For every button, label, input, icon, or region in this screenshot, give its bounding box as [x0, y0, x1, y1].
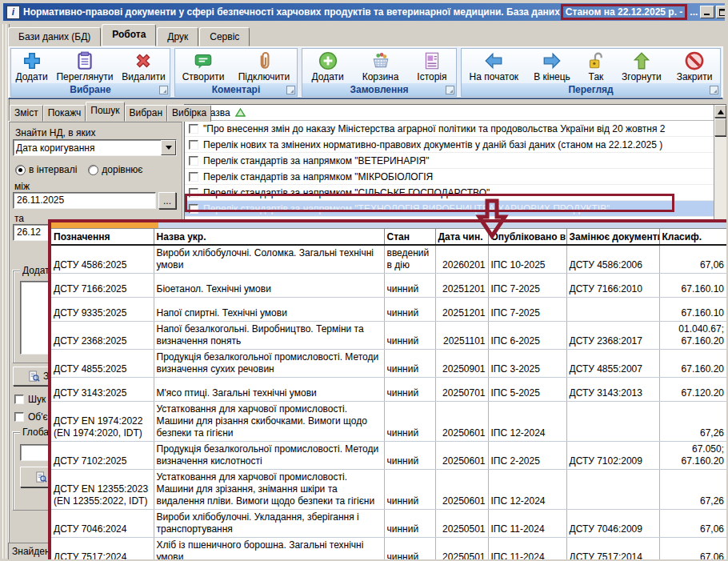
table-cell: Напої безалкогольні. Виробництво. Термін… [154, 322, 384, 350]
dialog-launcher-icon[interactable] [710, 86, 718, 94]
table-cell [566, 470, 659, 510]
table-cell: М'ясо птиці. Загальні технічні умови [154, 378, 384, 402]
row-checkbox[interactable] [189, 124, 198, 134]
view-notes-icon [74, 50, 95, 71]
ribbon-button[interactable]: Корзина [359, 50, 402, 83]
table-cell: ІПС 6-2025 [488, 322, 566, 350]
radio-interval-label: в інтервалі [29, 164, 77, 175]
menu-tab[interactable]: Бази даних (БД) [8, 27, 101, 46]
ribbon-button-label: Переглянути [56, 71, 113, 82]
row-checkbox[interactable] [189, 172, 198, 182]
table-row[interactable]: ДСТУ 2368:2025Напої безалкогольні. Вироб… [51, 322, 726, 350]
field-select[interactable]: Дата коригування [13, 139, 177, 156]
add-plus-icon [22, 50, 42, 71]
table-cell: Хліб із пшеничного борошна. Загальні тех… [154, 538, 384, 561]
minimize-button[interactable] [700, 6, 714, 18]
list-item[interactable]: "Про внесення змін до наказу Міністерств… [185, 121, 714, 137]
dialog-launcher-icon[interactable] [286, 86, 295, 94]
ribbon-button[interactable]: Видалити [118, 50, 168, 83]
ribbon-button[interactable]: Згорнути [618, 50, 665, 83]
ribbon-button[interactable]: Додати [308, 50, 346, 83]
ribbon-button[interactable]: Закрити [674, 50, 716, 83]
column-header[interactable]: Стан [384, 229, 435, 246]
table-cell: ДСТУ 3143:2013 [566, 378, 659, 402]
row-checkbox[interactable] [189, 188, 198, 198]
ribbon-button[interactable]: В кінець [530, 50, 574, 83]
list-item[interactable]: Перелік нових та змінених нормативно-пра… [185, 137, 714, 153]
ribbon-button[interactable]: Підключити [235, 50, 294, 83]
column-header[interactable]: Назва укр. [154, 229, 384, 246]
table-cell: ІПС 7-2025 [488, 298, 566, 322]
list-item[interactable]: Перелік стандартів за напрямком "МІКРОБІ… [185, 169, 714, 185]
table-row[interactable]: ДСТУ EN 12355:2023 (EN 12355:2022, IDT)У… [51, 470, 726, 510]
ribbon-button[interactable]: Додати [12, 50, 50, 83]
row-checkbox[interactable] [189, 204, 198, 214]
table-row[interactable]: ДСТУ 4586:2025Вироби хлібобулочні. Солом… [51, 245, 726, 274]
search-option-checkbox-2[interactable] [14, 412, 24, 422]
maximize-button[interactable] [716, 6, 725, 18]
close-circle-icon [684, 50, 705, 71]
checkbox-row-1: Шук [14, 394, 46, 405]
column-header[interactable]: Замінює документи [566, 229, 659, 246]
table-row[interactable]: ДСТУ 7102:2025Продукція безалкогольної п… [51, 442, 726, 470]
list-item-label: Перелік стандартів за напрямком "ТЕХНОЛО… [203, 203, 610, 214]
list-item[interactable]: Перелік стандартів за напрямком "СІЛЬСЬК… [185, 185, 714, 201]
radio-interval[interactable] [15, 165, 26, 175]
ribbon-button[interactable]: На початок [466, 50, 522, 83]
sidebar-tab[interactable]: Вибірка [167, 105, 211, 122]
ribbon-button[interactable]: Історія [414, 50, 450, 83]
table-cell: чинний [384, 538, 435, 561]
list-item-label: Перелік стандартів за напрямком "МІКРОБІ… [203, 171, 433, 182]
sidebar-tab[interactable]: Вибран [125, 105, 168, 122]
list-header[interactable]: Назва [185, 105, 714, 121]
table-cell: ДСТУ 7102:2009 [566, 442, 659, 470]
add-circle-icon [318, 50, 338, 71]
column-header[interactable]: Дата чин. [435, 229, 488, 246]
table-row[interactable]: ДСТУ 7166:2025Біоетанол. Технічні умович… [51, 274, 726, 298]
dialog-launcher-icon[interactable] [159, 86, 168, 94]
list-item-label: Перелік стандартів за напрямком "ВЕТЕРИН… [203, 155, 430, 166]
dialog-launcher-icon[interactable] [446, 86, 454, 94]
ribbon-button[interactable]: Створити [179, 50, 228, 83]
table-row[interactable]: ДСТУ 7046:2024Вироби хлібобулочні. Уклад… [51, 510, 726, 538]
ribbon-buttons: ДодатиКорзинаІсторія [302, 49, 456, 83]
table-row[interactable]: ДСТУ 4855:2025Продукція безалкогольної п… [51, 350, 726, 378]
column-header[interactable]: Класиф. [659, 229, 726, 246]
table-cell: 67,26 [659, 402, 726, 442]
sidebar-tab[interactable]: Пошук [86, 102, 124, 122]
table-row[interactable]: ДСТУ 3143:2025М'ясо птиці. Загальні техн… [51, 378, 726, 402]
table-cell: Вироби хлібобулочні. Укладання, зберіган… [154, 510, 384, 538]
menu-tab[interactable]: Робота [102, 24, 156, 46]
title-bar[interactable]: i Нормативно-правові документи у сфері б… [3, 3, 725, 21]
ribbon-button-label: Підключити [238, 71, 290, 82]
row-checkbox[interactable] [189, 156, 198, 166]
table-cell: Вироби хлібобулочні. Соломка. Загальні т… [154, 245, 384, 274]
column-header[interactable]: Позначення [51, 229, 154, 246]
between-label: між [14, 181, 30, 192]
ribbon-button[interactable]: Переглянути [53, 50, 116, 83]
list-item[interactable]: Перелік стандартів за напрямком "ВЕТЕРИН… [185, 153, 714, 169]
table-cell: 20250601 [435, 442, 488, 470]
table-cell: 67.120.20 [659, 378, 726, 402]
date-from-browse-button[interactable]: ... [158, 192, 176, 209]
list-item[interactable]: Перелік стандартів за напрямком "ТЕХНОЛО… [185, 201, 714, 217]
scrollbar-thumb[interactable] [714, 118, 726, 136]
menu-tab[interactable]: Сервіс [199, 27, 250, 46]
ribbon-button[interactable]: Так [582, 50, 610, 83]
scroll-up-icon[interactable] [714, 105, 726, 118]
ribbon-button-label: Додати [15, 71, 47, 82]
table-row[interactable]: ДСТУ 7517:2024Хліб із пшеничного борошна… [51, 538, 726, 561]
column-header[interactable]: Опубліковано в [488, 229, 566, 246]
overlay-top-strip [51, 222, 726, 228]
table-row[interactable]: ДСТУ EN 1974:2022 (EN 1974:2020, IDT)Уст… [51, 402, 726, 442]
row-checkbox[interactable] [189, 140, 198, 150]
ribbon-button-label: На початок [470, 71, 519, 82]
radio-equals[interactable] [88, 165, 98, 175]
table-row[interactable]: ДСТУ 9335:2025Напої спиртні. Технічні ум… [51, 298, 726, 322]
date-from-field[interactable]: 26.11.2025 [13, 192, 156, 209]
menu-tab[interactable]: Друк [157, 27, 198, 46]
sidebar-tab[interactable]: Зміст [10, 105, 43, 122]
chevron-down-icon[interactable] [161, 140, 176, 155]
search-option-checkbox-1[interactable] [14, 395, 24, 404]
sidebar-tab[interactable]: Покажч [43, 105, 86, 122]
